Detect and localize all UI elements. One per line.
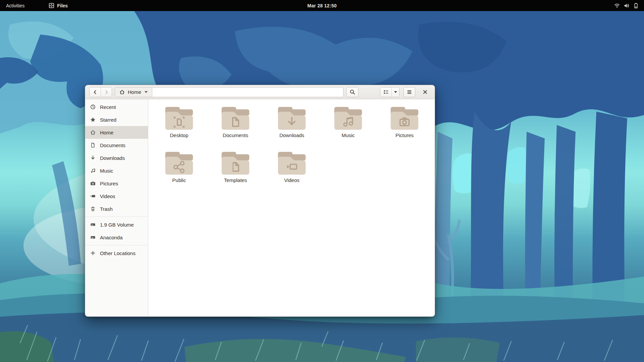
sidebar-item-other-locations[interactable]: Other Locations (85, 247, 148, 259)
music-icon (90, 168, 96, 173)
hamburger-menu-button[interactable] (404, 87, 415, 97)
folder-label: Videos (284, 177, 300, 183)
sidebar-item-trash[interactable]: Trash (85, 202, 148, 215)
camera-icon (90, 181, 96, 186)
system-status-area[interactable] (614, 0, 639, 11)
volume-icon (624, 3, 630, 8)
sidebar-item-videos[interactable]: Videos (85, 190, 148, 202)
location-label: Home (128, 89, 141, 95)
app-menu-button[interactable]: Files (49, 3, 68, 8)
battery-icon (633, 3, 639, 9)
home-icon (90, 130, 96, 135)
folder-icon (334, 107, 362, 130)
app-menu-label: Files (57, 3, 68, 8)
close-window-button[interactable] (420, 87, 430, 97)
folder-icon (165, 152, 193, 175)
folder-label: Templates (224, 177, 247, 183)
sidebar-item-label: Home (100, 130, 113, 135)
sidebar-item-label: Downloads (100, 155, 125, 161)
sidebar-item-label: 1.9 GB Volume (100, 222, 134, 228)
search-button[interactable] (346, 87, 359, 97)
top-bar: Activities Files Mar 28 12:50 (0, 0, 644, 11)
window-body: Recent Starred Home Documents Downloads (85, 99, 435, 316)
sidebar-item-label: Other Locations (100, 250, 136, 256)
folder-item-videos[interactable]: Videos (264, 152, 320, 197)
forward-button[interactable] (101, 87, 112, 97)
sidebar-item-label: Music (100, 168, 113, 174)
history-nav-group (89, 87, 112, 97)
list-view-icon (383, 89, 389, 95)
folder-icon (221, 107, 250, 130)
view-options-dropdown-button[interactable] (391, 87, 399, 97)
location-home-button[interactable]: Home (115, 87, 152, 97)
forward-icon (104, 89, 109, 95)
drive-icon (90, 235, 96, 240)
view-toggle-group (380, 87, 399, 97)
folder-item-pictures[interactable]: Pictures (376, 107, 433, 152)
back-button[interactable] (90, 87, 101, 97)
close-icon (423, 89, 428, 95)
folder-label: Public (172, 177, 186, 183)
folder-item-music[interactable]: Music (320, 107, 376, 152)
home-icon (119, 89, 125, 95)
desktop: Activities Files Mar 28 12:50 (0, 0, 644, 362)
download-icon (90, 155, 96, 161)
files-window: Home (85, 85, 435, 317)
window-headerbar: Home (85, 85, 435, 99)
folder-icon (278, 107, 306, 130)
sidebar-item-label: Documents (100, 142, 125, 148)
search-icon (350, 89, 355, 95)
sidebar-item-home[interactable]: Home (85, 126, 148, 139)
sidebar-separator (85, 217, 148, 217)
trash-icon (90, 206, 96, 212)
plus-icon (90, 250, 96, 256)
star-icon (90, 117, 96, 122)
folder-icon (165, 107, 193, 130)
drive-icon (90, 222, 96, 227)
sidebar-item-label: Videos (100, 193, 115, 199)
location-entry[interactable] (152, 87, 343, 97)
view-toggle-button[interactable] (380, 87, 391, 97)
sidebar-item-downloads[interactable]: Downloads (85, 152, 148, 164)
sidebar-item-anaconda[interactable]: Anaconda (85, 231, 148, 244)
folder-item-desktop[interactable]: Desktop (151, 107, 207, 152)
folder-icon (221, 152, 250, 175)
folder-icon (278, 152, 306, 175)
document-icon (90, 142, 96, 148)
caret-down-icon (144, 91, 148, 93)
wifi-icon (614, 3, 620, 8)
sidebar-item-label: Recent (100, 104, 116, 110)
caret-down-icon (394, 91, 397, 93)
activities-button[interactable]: Activities (6, 3, 24, 8)
clock-button[interactable]: Mar 28 12:50 (307, 3, 337, 8)
sidebar-item-label: Pictures (100, 181, 118, 186)
sidebar-item-label: Anaconda (100, 235, 123, 240)
sidebar-item-recent[interactable]: Recent (85, 101, 148, 113)
folder-icon (390, 107, 419, 130)
sidebar: Recent Starred Home Documents Downloads (85, 99, 148, 316)
path-bar: Home (115, 87, 343, 97)
sidebar-item-label: Starred (100, 117, 116, 123)
files-app-icon (49, 3, 54, 8)
folder-item-public[interactable]: Public (151, 152, 207, 197)
hamburger-icon (407, 90, 412, 94)
folder-label: Desktop (170, 132, 188, 138)
folder-label: Music (341, 132, 355, 138)
file-grid: Desktop Docume (148, 99, 435, 316)
sidebar-item-label: Trash (100, 206, 113, 212)
folder-item-templates[interactable]: Templates (207, 152, 264, 197)
folder-item-downloads[interactable]: Downloads (264, 107, 320, 152)
folder-label: Documents (223, 132, 248, 138)
sidebar-item-music[interactable]: Music (85, 164, 148, 177)
sidebar-separator (85, 245, 148, 245)
back-icon (93, 89, 98, 95)
recent-icon (90, 104, 96, 110)
sidebar-item-starred[interactable]: Starred (85, 113, 148, 126)
folder-label: Pictures (395, 132, 414, 138)
sidebar-item-volume[interactable]: 1.9 GB Volume (85, 218, 148, 231)
sidebar-item-pictures[interactable]: Pictures (85, 177, 148, 190)
folder-label: Downloads (279, 132, 304, 138)
sidebar-item-documents[interactable]: Documents (85, 139, 148, 152)
folder-item-documents[interactable]: Documents (207, 107, 264, 152)
video-icon (90, 193, 96, 199)
